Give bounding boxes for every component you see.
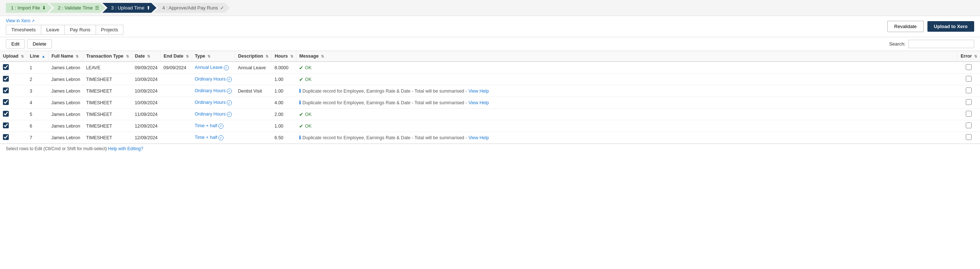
table-row: 3James LebronTIMESHEET10/09/2024Ordinary… — [0, 85, 980, 97]
upload-checkbox[interactable] — [3, 111, 9, 117]
cell-transaction-type: TIMESHEET — [83, 109, 132, 120]
error-checkbox[interactable] — [966, 76, 972, 82]
upload-checkbox[interactable] — [3, 64, 9, 70]
col-hours[interactable]: Hours ⇅ — [272, 51, 296, 62]
help-with-editing-link[interactable]: Help with Editing? — [108, 146, 143, 151]
cell-fullname: James Lebron — [48, 132, 83, 144]
type-link[interactable]: Ordinary Hours ✓ — [195, 100, 232, 105]
cell-message: ✔ OK — [296, 120, 957, 132]
type-link[interactable]: Ordinary Hours ✓ — [195, 88, 232, 93]
step-2[interactable]: 2 : Validate Time ☰ — [49, 3, 105, 13]
error-checkbox[interactable] — [966, 87, 972, 93]
type-link[interactable]: Time + half ✓ — [195, 123, 223, 128]
ok-icon: ✔ — [299, 65, 304, 71]
cell-error — [957, 62, 980, 74]
edit-button[interactable]: Edit — [6, 40, 25, 49]
upload-checkbox[interactable] — [3, 122, 9, 128]
step-2-label: 2 : Validate Time — [58, 5, 93, 11]
table-wrap: Upload ⇅ Line ▲ Full Name ⇅ Transaction … — [0, 51, 980, 144]
col-line[interactable]: Line ▲ — [27, 51, 48, 62]
edit-bar: Edit Delete Search: — [0, 37, 980, 51]
cell-date: 10/09/2024 — [132, 97, 161, 109]
toolbar-area: View in Xero ↗ Timesheets Leave Pay Runs… — [0, 16, 980, 37]
error-checkbox[interactable] — [966, 111, 972, 117]
col-fullname[interactable]: Full Name ⇅ — [48, 51, 83, 62]
step-3-icon: ⬆ — [146, 5, 150, 11]
upload-checkbox[interactable] — [3, 87, 9, 93]
cell-date: 12/09/2024 — [132, 120, 161, 132]
cell-transaction-type: TIMESHEET — [83, 120, 132, 132]
cell-message: ℹDuplicate record for Employee, Earnings… — [296, 85, 957, 97]
info-icon: ℹ — [299, 100, 301, 105]
upload-checkbox[interactable] — [3, 76, 9, 82]
type-link[interactable]: Ordinary Hours ✓ — [195, 76, 232, 82]
step-4-label: 4 : Approve/Add Pay Runs — [162, 5, 218, 11]
toolbar-left: View in Xero ↗ Timesheets Leave Pay Runs… — [6, 18, 123, 35]
view-help-link[interactable]: View Help — [468, 100, 489, 105]
cell-transaction-type: TIMESHEET — [83, 74, 132, 85]
view-in-xero-link[interactable]: View in Xero ↗ — [6, 18, 123, 23]
cell-type: Ordinary Hours ✓ — [192, 74, 235, 85]
col-end-date[interactable]: End Date ⇅ — [161, 51, 192, 62]
type-link[interactable]: Annual Leave ✓ — [195, 65, 229, 70]
cell-description: Annual Leave — [235, 62, 271, 74]
type-link[interactable]: Ordinary Hours ✓ — [195, 112, 232, 117]
cell-end-date — [161, 109, 192, 120]
error-checkbox[interactable] — [966, 64, 972, 70]
error-checkbox[interactable] — [966, 134, 972, 140]
cell-message: ✔ OK — [296, 74, 957, 85]
tab-projects[interactable]: Projects — [95, 25, 124, 35]
info-message-text: Duplicate record for Employee, Earnings … — [302, 100, 467, 105]
tab-leave[interactable]: Leave — [41, 25, 64, 35]
revalidate-button[interactable]: Revalidate — [887, 21, 923, 32]
cell-fullname: James Lebron — [48, 120, 83, 132]
col-error[interactable]: Error ⇅ — [957, 51, 980, 62]
cell-fullname: James Lebron — [48, 85, 83, 97]
cell-line: 5 — [27, 109, 48, 120]
type-link[interactable]: Time + half ✓ — [195, 135, 223, 140]
cell-end-date — [161, 97, 192, 109]
cell-description — [235, 109, 271, 120]
cell-type: Ordinary Hours ✓ — [192, 85, 235, 97]
step-3[interactable]: 3 : Upload Time ⬆ — [102, 3, 156, 13]
info-message: ℹDuplicate record for Employee, Earnings… — [299, 100, 955, 105]
info-message-text: Duplicate record for Employee, Earnings … — [302, 135, 467, 140]
col-transaction-type[interactable]: Transaction Type ⇅ — [83, 51, 132, 62]
cell-hours: 2.00 — [272, 109, 296, 120]
error-checkbox[interactable] — [966, 99, 972, 105]
toolbar-right: Revalidate Upload to Xero — [887, 21, 974, 32]
view-help-link[interactable]: View Help — [468, 135, 489, 140]
step-4[interactable]: 4 : Approve/Add Pay Runs ✓ — [153, 3, 230, 13]
delete-button[interactable]: Delete — [27, 40, 52, 49]
col-date[interactable]: Date ⇅ — [132, 51, 161, 62]
ok-icon: ✔ — [299, 76, 304, 82]
error-checkbox[interactable] — [966, 122, 972, 128]
search-input[interactable] — [908, 40, 974, 48]
upload-to-xero-button[interactable]: Upload to Xero — [928, 21, 974, 32]
search-area: Search: — [889, 40, 974, 48]
step-1-icon: ⬇ — [42, 5, 46, 11]
cell-error — [957, 74, 980, 85]
step-1[interactable]: 1 : Import File ⬇ — [6, 3, 52, 13]
cell-type: Annual Leave ✓ — [192, 62, 235, 74]
cell-message: ✔ OK — [296, 109, 957, 120]
cell-type: Time + half ✓ — [192, 120, 235, 132]
cell-end-date — [161, 85, 192, 97]
tab-group: Timesheets Leave Pay Runs Projects — [6, 25, 123, 35]
info-icon: ℹ — [299, 135, 301, 140]
cell-error — [957, 120, 980, 132]
cell-transaction-type: LEAVE — [83, 62, 132, 74]
upload-checkbox[interactable] — [3, 99, 9, 105]
view-help-link[interactable]: View Help — [468, 89, 489, 94]
table-row: 2James LebronTIMESHEET10/09/2024Ordinary… — [0, 74, 980, 85]
tab-pay-runs[interactable]: Pay Runs — [64, 25, 95, 35]
tab-timesheets[interactable]: Timesheets — [6, 25, 41, 35]
col-upload[interactable]: Upload ⇅ — [0, 51, 27, 62]
cell-hours: 4.00 — [272, 97, 296, 109]
cell-type: Time + half ✓ — [192, 132, 235, 144]
col-description[interactable]: Description ⇅ — [235, 51, 271, 62]
upload-checkbox[interactable] — [3, 134, 9, 140]
footer-text: Select rows to Edit (Ctl/Cmd or Shift fo… — [6, 146, 107, 151]
col-type[interactable]: Type ⇅ — [192, 51, 235, 62]
col-message[interactable]: Message ⇅ — [296, 51, 957, 62]
